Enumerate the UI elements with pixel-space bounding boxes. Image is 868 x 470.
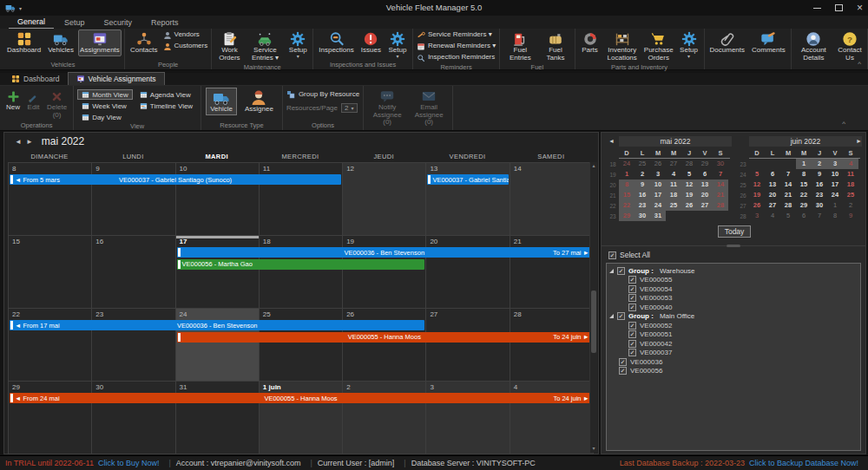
mini-day-12[interactable]: 12 [749,180,765,190]
mini-day-2[interactable]: 2 [843,200,858,211]
calendar-cell-28[interactable]: 28 [510,309,594,382]
mini-day-8[interactable]: 8 [619,180,635,190]
mini-day-25[interactable]: 25 [843,190,858,200]
mini-day-13[interactable]: 13 [765,180,780,190]
inspection-reminders-button[interactable]: Inspection Reminders [417,53,496,62]
mini-day-3[interactable]: 3 [749,211,765,221]
setup-button[interactable]: Setup▾ [286,29,310,61]
close-button[interactable]: × [857,3,863,13]
mini-day-25[interactable]: 25 [666,200,681,211]
mini-day-19[interactable]: 19 [749,190,765,200]
checkbox-icon[interactable]: ✓ [628,294,636,302]
mini-day-21[interactable]: 21 [780,190,796,200]
checkbox-icon[interactable]: ✓ [628,340,636,348]
event-bar-ve000055-hanna-moos[interactable]: VE000055 - Hanna Moos◄ From 24 maiTo 24 … [10,393,592,403]
mini-day-27[interactable]: 27 [697,200,713,211]
purchase-orders-button[interactable]: Purchase Orders [642,29,675,63]
mini-day-3[interactable]: 3 [827,159,843,169]
calendar-next-icon[interactable]: ► [26,138,33,146]
mini-day-22[interactable]: 22 [796,190,812,200]
renewal-reminders-button[interactable]: Renewal Reminders ▾ [417,42,496,51]
mini-day-24[interactable]: 24 [619,159,635,169]
mini-day-29[interactable]: 29 [619,211,635,221]
ribbon-tab-reports[interactable]: Reports [142,17,187,29]
checkbox-icon[interactable]: ✓ [619,367,627,375]
vendors-button[interactable]: Vendors [163,30,208,40]
dashboard-button[interactable]: Dashboard [4,29,43,56]
resource-assignee-button[interactable]: Assignee [240,88,278,115]
mini-day-1[interactable]: 1 [796,159,812,169]
mini-day-27[interactable]: 27 [666,159,681,169]
tree-item-ve000040[interactable]: ✓VE000040 [607,303,860,312]
expand-icon[interactable] [609,269,614,273]
tree-item-ve000054[interactable]: ✓VE000054 [607,284,860,294]
setup-button[interactable]: Setup▾ [677,29,701,61]
mini-day-10[interactable]: 10 [827,169,843,180]
new-button[interactable]: New [3,88,23,113]
mini-day-30[interactable]: 30 [812,200,827,211]
mini-day-28[interactable]: 28 [681,159,697,169]
expand-icon[interactable] [609,314,614,318]
mini-day-10[interactable]: 10 [650,180,666,190]
scroll-up-icon[interactable]: ▴ [590,162,597,170]
mini-day-3[interactable]: 3 [650,169,666,180]
ribbon-tab-general[interactable]: General [9,16,54,29]
event-bar-ve000037-gabriel-santiago-sunoco[interactable]: VE000037 - Gabriel Santiago (Sunoco)◄ Fr… [10,174,341,185]
status-link[interactable]: Click to Backup Database Now! [749,459,858,467]
tree-item-ve000037[interactable]: ✓VE000037 [607,349,860,358]
tree-item-ve000052[interactable]: ✓VE000052 [607,321,860,330]
mini-day-22[interactable]: 22 [619,200,635,211]
tree-item-ve000051[interactable]: ✓VE000051 [607,330,860,340]
mini-day-26[interactable]: 26 [681,200,697,211]
checkbox-icon[interactable]: ✓ [617,312,625,320]
notify-assignee-button[interactable]: Notify Assignee (0) [367,88,407,127]
mini-day-9[interactable]: 9 [635,180,650,190]
mini-day-2[interactable]: 2 [635,169,650,180]
ribbon-collapse-icon[interactable]: ^ [858,60,861,68]
timeline-view-button[interactable]: Timeline View [135,101,197,111]
sidebar-splitter[interactable] [602,245,865,246]
mini-day-5[interactable]: 5 [780,211,796,221]
event-bar-ve000055-hanna-moos[interactable]: VE000055 - Hanna MoosTo 24 juin ► [177,332,592,343]
mini-day-30[interactable]: 30 [635,211,650,221]
documents-button[interactable]: Documents [707,29,747,56]
mini-day-5[interactable]: 5 [749,169,765,180]
day-view-button[interactable]: Day View [77,112,133,122]
checkbox-icon[interactable]: ✓ [628,322,636,330]
edit-button[interactable]: Edit [24,88,43,113]
mini-day-30[interactable]: 30 [713,159,728,169]
mini-day-6[interactable]: 6 [765,169,780,180]
mini-day-14[interactable]: 14 [713,180,728,190]
status-link[interactable]: Click to Buy Now! [98,459,160,467]
tree-item-ve000036[interactable]: ✓VE000036 [607,357,860,367]
email-assignee-button[interactable]: Email Assignee (0) [409,88,449,127]
month-view-button[interactable]: Month View [77,89,133,100]
mini-day-16[interactable]: 16 [812,180,827,190]
mini-day-8[interactable]: 8 [827,211,843,221]
mini-day-18[interactable]: 18 [843,180,858,190]
ribbon-tab-security[interactable]: Security [95,17,141,29]
mini-day-29[interactable]: 29 [796,200,812,211]
work-orders-button[interactable]: Work Orders [214,29,244,63]
mini-day-15[interactable]: 15 [796,180,812,190]
mini-day-4[interactable]: 4 [666,169,681,180]
mini-day-26[interactable]: 26 [650,159,666,169]
service-reminders-button[interactable]: Service Reminders ▾ [417,30,496,40]
mini-day-24[interactable]: 24 [827,190,843,200]
account-details-button[interactable]: Account Details [794,29,833,63]
mini-day-7[interactable]: 7 [713,169,728,180]
ribbon-tab-setup[interactable]: Setup [56,17,94,29]
mini-day-26[interactable]: 26 [749,200,765,211]
checkbox-icon[interactable]: ✓ [628,330,636,338]
select-all-checkbox[interactable]: ✓ [608,251,616,259]
checkbox-icon[interactable]: ✓ [617,267,625,275]
contacts-button[interactable]: Contacts [128,29,161,56]
contact-us-button[interactable]: ?Contact Us [835,29,865,63]
mini-day-12[interactable]: 12 [681,180,697,190]
calendar-cell-14[interactable]: 14 [510,163,594,236]
scroll-down-icon[interactable]: ▾ [590,445,597,453]
doc-tab-vehicle-assignments[interactable]: Vehicle Assignments [68,72,165,85]
delete-button[interactable]: Delete (0) [44,88,69,120]
event-bar-ve000036-ben-stevenson[interactable]: VE000036 - Ben Stevenson◄ From 17 mai [10,320,424,330]
mini-day-1[interactable]: 1 [827,200,843,211]
